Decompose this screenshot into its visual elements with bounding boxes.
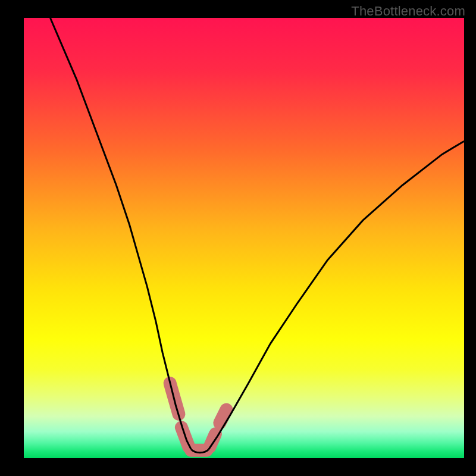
chart-frame: TheBottleneck.com <box>0 0 476 476</box>
chart-svg <box>24 18 464 458</box>
svg-line-4 <box>220 410 226 423</box>
plot-area <box>24 18 464 458</box>
attribution-text: TheBottleneck.com <box>351 4 465 19</box>
